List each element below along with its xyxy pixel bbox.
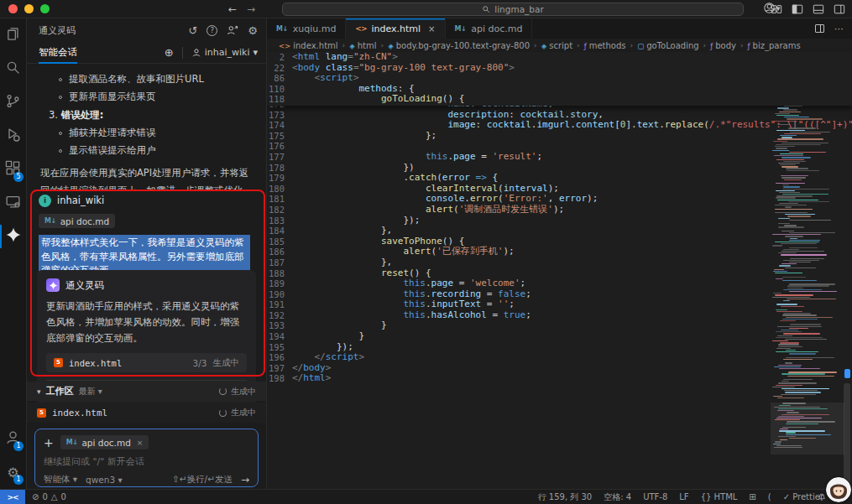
nav-forward-icon[interactable]: → [247, 3, 255, 15]
encoding[interactable]: UTF-8 [643, 492, 667, 501]
model-dropdown[interactable]: qwen3 ▾ [86, 475, 123, 485]
arc-icon[interactable]: ( [768, 492, 771, 501]
code-text: alert('调制酒品时发生错误'); [292, 205, 564, 216]
problems-indicator[interactable]: ⊘0 △0 [32, 492, 66, 501]
remove-attachment-icon[interactable]: × [137, 439, 144, 447]
toggle-primary-sidebar-icon[interactable] [792, 3, 803, 15]
search-activity-item[interactable] [0, 52, 26, 86]
breadcrumb-item[interactable]: ƒbody [710, 41, 736, 50]
chat-input-placeholder[interactable]: 继续提问或 "/" 新开会话 [44, 455, 249, 468]
workspace-filter-dropdown[interactable]: 最新 ▾ [79, 386, 102, 397]
editor-group: M↓ xuqiu.md <> index.html × M↓ api doc.m… [267, 18, 852, 489]
explorer-activity-item[interactable] [0, 18, 26, 52]
new-chat-icon[interactable]: ⊕ [165, 46, 174, 59]
breadcrumb-label: script [549, 41, 572, 50]
minimap-slider[interactable] [771, 403, 844, 455]
indentation[interactable]: 空格: 4 [604, 491, 631, 503]
feedback-icon[interactable] [227, 25, 238, 35]
line-number: 194 [267, 331, 292, 342]
user-message-card: i inhai_wiki M↓ api doc.md 帮我整体样式美化一下，我希… [39, 193, 254, 278]
breadcrumb-item[interactable]: ◈html [349, 41, 376, 50]
breadcrumb-item[interactable]: ▢goToLoading [637, 41, 698, 50]
element-symbol-icon: ◈ [349, 42, 355, 50]
toggle-secondary-sidebar-icon[interactable] [834, 3, 845, 15]
remote-indicator[interactable]: >< [0, 490, 25, 504]
tab-api-doc-md[interactable]: M↓ api doc.md [446, 18, 533, 39]
chevron-down-icon: ▾ [253, 47, 258, 58]
session-account-name: inhai_wiki [205, 47, 250, 58]
help-icon[interactable]: ? [206, 25, 217, 36]
add-attachment-button[interactable]: + [44, 436, 54, 449]
close-window-button[interactable] [8, 4, 18, 13]
extensions-activity-item[interactable]: 5 [0, 153, 26, 186]
scrollbar-thumb[interactable] [844, 383, 850, 484]
settings-gear-icon[interactable]: ⚙ [248, 24, 258, 37]
code-line: 194 } [267, 331, 852, 342]
activity-bar: 5 1⚙1 [0, 18, 27, 489]
workspace-file-row[interactable]: 5 index.html 生成中 [27, 403, 266, 423]
session-account-dropdown[interactable]: inhai_wiki ▾ [191, 47, 258, 58]
breadcrumb-separator-icon: › [577, 41, 580, 49]
tab-xuqiu-md[interactable]: M↓ xuqiu.md [267, 18, 346, 39]
chat-input-box[interactable]: + M↓ api doc.md × 继续提问或 "/" 新开会话 智能体 ▾ q… [34, 429, 259, 487]
account-activity-item[interactable]: 1 [0, 422, 26, 455]
source-control-activity-item[interactable] [0, 86, 26, 119]
html-file-icon: 5 [37, 408, 46, 418]
tab-smart-chat[interactable]: 智能会话 [39, 42, 77, 64]
maximize-window-button[interactable] [40, 4, 50, 13]
line-number: 118 [267, 94, 292, 105]
bullet-icon [59, 96, 62, 99]
code-text: }; [292, 131, 436, 142]
language-mode[interactable]: {} HTML [701, 492, 738, 501]
cursor-position[interactable]: 行 159, 列 30 [538, 491, 593, 503]
minimize-window-button[interactable] [24, 4, 34, 13]
breadcrumb-item[interactable]: ◈script [541, 41, 572, 50]
toggle-panel-icon[interactable] [813, 3, 824, 15]
attachment-chip[interactable]: M↓ api doc.md [39, 214, 115, 228]
code-editor[interactable]: 172 name: cocktailName,173 description: … [267, 52, 852, 489]
lingma-activity-item[interactable] [0, 220, 26, 253]
customize-layout-icon[interactable] [771, 3, 782, 15]
code-text: } [292, 331, 364, 342]
breadcrumb-item[interactable]: <>index.html [279, 41, 338, 50]
close-tab-icon[interactable]: × [428, 24, 435, 34]
agent-mode-dropdown[interactable]: 智能体 ▾ [44, 474, 77, 486]
ports-icon[interactable]: ⊞ [749, 492, 755, 501]
chat-bullet-text: 提取酒品名称、故事和图片URL [69, 73, 204, 86]
line-number: 195 [267, 342, 292, 353]
breadcrumb: <>index.html›◈html›◈body.bg-gray-100.tex… [267, 39, 852, 52]
split-editor-icon[interactable] [815, 24, 824, 33]
person-icon [191, 48, 201, 58]
line-number: 184 [267, 226, 292, 236]
lingma-mascot-avatar[interactable] [826, 477, 851, 502]
run-debug-activity-item[interactable] [0, 119, 26, 153]
line-number: 175 [267, 131, 292, 142]
remote-explorer-activity-item[interactable] [0, 186, 26, 220]
editor-scrollbar[interactable] [842, 86, 852, 489]
more-actions-icon[interactable]: ⋯ [834, 23, 844, 34]
minimap[interactable] [772, 86, 843, 453]
nav-back-icon[interactable]: ← [228, 3, 237, 15]
chat-bullet-item: 更新界面显示结果页 [27, 88, 266, 106]
bullet-icon [59, 78, 62, 81]
send-button[interactable]: → [241, 474, 249, 486]
input-attachment-name: api doc.md [81, 438, 130, 448]
search-icon [5, 60, 21, 79]
notifications-bell-icon[interactable] [817, 491, 827, 501]
command-center-search[interactable]: lingma_bar [282, 3, 744, 16]
tab-index-html[interactable]: <> index.html × [346, 18, 445, 39]
history-icon[interactable]: ↺ [188, 24, 197, 37]
eol[interactable]: LF [679, 492, 688, 501]
workspace-section-header[interactable]: ▾ 工作区 最新 ▾ 生成中 [27, 382, 266, 401]
breadcrumb-item[interactable]: ◈body.bg-gray-100.text-gray-800 [388, 41, 530, 50]
source-control-icon [5, 93, 21, 112]
element-symbol-icon: ◈ [388, 42, 394, 50]
breadcrumb-item[interactable]: ƒbiz_params [748, 41, 801, 50]
attachment-name: api doc.md [60, 216, 109, 226]
chat-bullet-text: 显示错误提示给用户 [69, 144, 156, 157]
generated-file-row[interactable]: 5 index.html 3/3 生成中 [46, 353, 247, 372]
input-attachment-chip[interactable]: M↓ api doc.md × [60, 435, 149, 449]
settings-gear-activity-item[interactable]: ⚙1 [0, 455, 26, 489]
html-file-icon: 5 [54, 358, 63, 367]
breadcrumb-item[interactable]: ƒmethods [584, 41, 626, 50]
